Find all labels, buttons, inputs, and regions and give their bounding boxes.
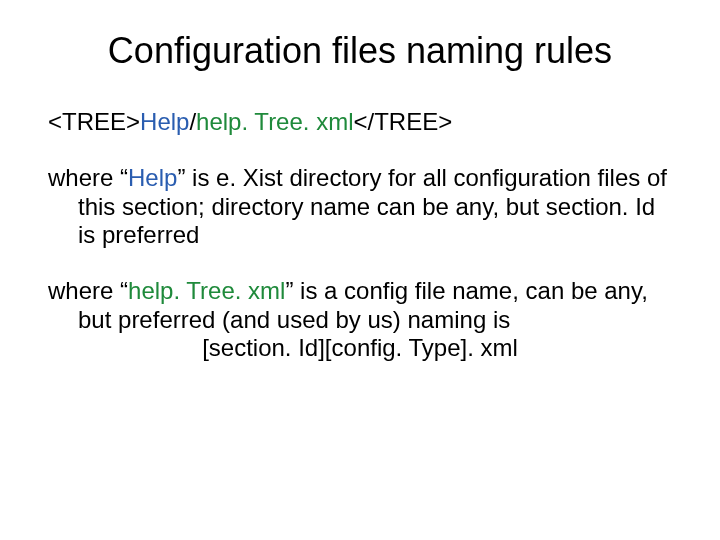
tree-filename: help. Tree. xml	[196, 108, 353, 135]
where-help-lead: where “	[48, 164, 128, 191]
where-file-block: where “help. Tree. xml” is a config file…	[48, 277, 672, 362]
where-file-highlight: help. Tree. xml	[128, 277, 285, 304]
where-file-lead: where “	[48, 277, 128, 304]
where-help-paragraph: where “Help” is e. Xist directory for al…	[48, 164, 672, 249]
naming-pattern: [section. Id][config. Type]. xml	[48, 334, 672, 362]
where-file-paragraph: where “help. Tree. xml” is a config file…	[48, 277, 672, 334]
tree-directory: Help	[140, 108, 189, 135]
tree-open-tag: <TREE>	[48, 108, 140, 135]
tree-example-line: <TREE>Help/help. Tree. xml</TREE>	[48, 108, 672, 136]
slide-title: Configuration files naming rules	[48, 30, 672, 72]
tree-close-tag: </TREE>	[353, 108, 452, 135]
slide: Configuration files naming rules <TREE>H…	[0, 0, 720, 540]
where-help-highlight: Help	[128, 164, 177, 191]
slide-body: <TREE>Help/help. Tree. xml</TREE> where …	[48, 108, 672, 362]
